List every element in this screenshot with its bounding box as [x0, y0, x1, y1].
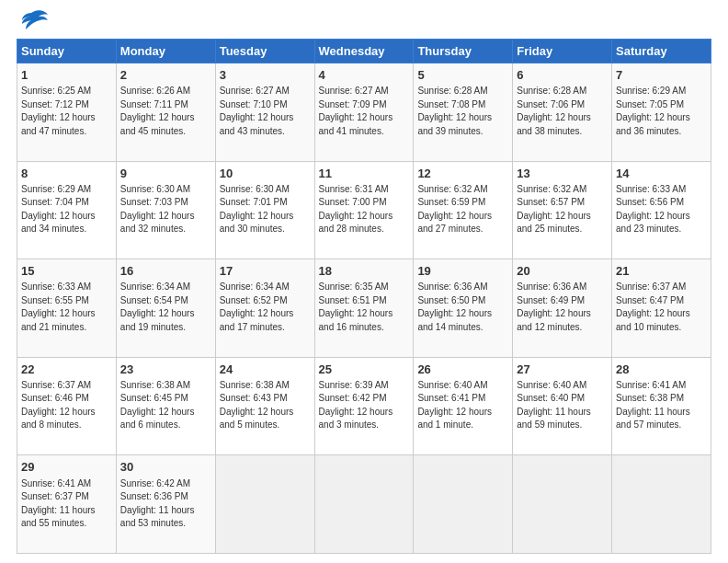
calendar-week-5: 29Sunrise: 6:41 AM Sunset: 6:37 PM Dayli… [17, 455, 711, 554]
calendar-cell: 9Sunrise: 6:30 AM Sunset: 7:03 PM Daylig… [116, 161, 215, 259]
calendar-week-3: 15Sunrise: 6:33 AM Sunset: 6:55 PM Dayli… [17, 259, 711, 358]
day-info: Sunrise: 6:33 AM Sunset: 6:56 PM Dayligh… [616, 183, 707, 236]
day-info: Sunrise: 6:41 AM Sunset: 6:38 PM Dayligh… [616, 379, 707, 432]
day-info: Sunrise: 6:39 AM Sunset: 6:42 PM Dayligh… [319, 379, 410, 432]
calendar-table: SundayMondayTuesdayWednesdayThursdayFrid… [17, 39, 711, 554]
day-info: Sunrise: 6:27 AM Sunset: 7:09 PM Dayligh… [319, 85, 410, 138]
calendar-cell: 23Sunrise: 6:38 AM Sunset: 6:45 PM Dayli… [116, 357, 215, 455]
day-number: 8 [21, 166, 112, 182]
day-info: Sunrise: 6:32 AM Sunset: 6:57 PM Dayligh… [517, 183, 608, 236]
day-info: Sunrise: 6:37 AM Sunset: 6:46 PM Dayligh… [21, 379, 112, 432]
day-info: Sunrise: 6:35 AM Sunset: 6:51 PM Dayligh… [319, 281, 410, 334]
day-number: 13 [517, 166, 608, 182]
day-number: 24 [220, 362, 311, 378]
day-info: Sunrise: 6:30 AM Sunset: 7:01 PM Dayligh… [220, 183, 311, 236]
day-number: 4 [319, 67, 410, 84]
calendar-cell: 13Sunrise: 6:32 AM Sunset: 6:57 PM Dayli… [513, 161, 612, 259]
page: SundayMondayTuesdayWednesdayThursdayFrid… [0, 0, 728, 563]
day-info: Sunrise: 6:33 AM Sunset: 6:55 PM Dayligh… [21, 281, 112, 334]
day-info: Sunrise: 6:29 AM Sunset: 7:04 PM Dayligh… [21, 183, 112, 236]
day-number: 23 [120, 362, 211, 378]
calendar-cell: 16Sunrise: 6:34 AM Sunset: 6:54 PM Dayli… [116, 259, 215, 358]
day-info: Sunrise: 6:34 AM Sunset: 6:52 PM Dayligh… [220, 281, 311, 334]
calendar-cell: 27Sunrise: 6:40 AM Sunset: 6:40 PM Dayli… [513, 357, 612, 455]
day-number: 30 [120, 459, 211, 476]
day-info: Sunrise: 6:27 AM Sunset: 7:10 PM Dayligh… [220, 85, 311, 138]
day-number: 28 [616, 362, 707, 378]
calendar-cell: 29Sunrise: 6:41 AM Sunset: 6:37 PM Dayli… [17, 455, 117, 554]
calendar-cell: 15Sunrise: 6:33 AM Sunset: 6:55 PM Dayli… [17, 259, 117, 358]
day-number: 17 [220, 263, 311, 280]
header [17, 17, 711, 29]
calendar-cell [215, 455, 314, 554]
calendar-cell: 18Sunrise: 6:35 AM Sunset: 6:51 PM Dayli… [314, 259, 414, 358]
day-number: 14 [616, 166, 707, 182]
day-number: 25 [319, 362, 410, 378]
day-number: 2 [120, 67, 211, 84]
day-number: 26 [417, 362, 508, 378]
day-number: 5 [417, 67, 508, 84]
calendar-cell: 10Sunrise: 6:30 AM Sunset: 7:01 PM Dayli… [215, 161, 314, 259]
day-header-monday: Monday [116, 40, 215, 63]
day-header-sunday: Sunday [17, 40, 117, 63]
calendar-cell: 17Sunrise: 6:34 AM Sunset: 6:52 PM Dayli… [215, 259, 314, 358]
calendar-cell: 8Sunrise: 6:29 AM Sunset: 7:04 PM Daylig… [17, 161, 117, 259]
calendar-week-4: 22Sunrise: 6:37 AM Sunset: 6:46 PM Dayli… [17, 357, 711, 455]
day-header-tuesday: Tuesday [215, 40, 314, 63]
day-header-wednesday: Wednesday [314, 40, 414, 63]
calendar-cell: 2Sunrise: 6:26 AM Sunset: 7:11 PM Daylig… [116, 63, 215, 162]
day-info: Sunrise: 6:40 AM Sunset: 6:40 PM Dayligh… [517, 379, 608, 432]
day-info: Sunrise: 6:36 AM Sunset: 6:49 PM Dayligh… [517, 281, 608, 334]
day-info: Sunrise: 6:34 AM Sunset: 6:54 PM Dayligh… [120, 281, 211, 334]
day-number: 10 [220, 166, 311, 182]
day-header-friday: Friday [513, 40, 612, 63]
calendar-cell [513, 455, 612, 554]
day-number: 21 [616, 263, 707, 280]
calendar-cell [414, 455, 513, 554]
calendar-cell: 12Sunrise: 6:32 AM Sunset: 6:59 PM Dayli… [414, 161, 513, 259]
calendar-cell: 14Sunrise: 6:33 AM Sunset: 6:56 PM Dayli… [612, 161, 711, 259]
calendar-week-2: 8Sunrise: 6:29 AM Sunset: 7:04 PM Daylig… [17, 161, 711, 259]
calendar-cell [612, 455, 711, 554]
day-info: Sunrise: 6:40 AM Sunset: 6:41 PM Dayligh… [417, 379, 508, 432]
calendar-cell: 26Sunrise: 6:40 AM Sunset: 6:41 PM Dayli… [414, 357, 513, 455]
day-info: Sunrise: 6:42 AM Sunset: 6:36 PM Dayligh… [120, 477, 211, 531]
day-number: 6 [517, 67, 608, 84]
day-number: 18 [319, 263, 410, 280]
day-info: Sunrise: 6:29 AM Sunset: 7:05 PM Dayligh… [616, 85, 707, 138]
day-info: Sunrise: 6:41 AM Sunset: 6:37 PM Dayligh… [21, 477, 112, 531]
day-info: Sunrise: 6:26 AM Sunset: 7:11 PM Dayligh… [120, 85, 211, 138]
day-info: Sunrise: 6:30 AM Sunset: 7:03 PM Dayligh… [120, 183, 211, 236]
day-header-thursday: Thursday [414, 40, 513, 63]
calendar-week-1: 1Sunrise: 6:25 AM Sunset: 7:12 PM Daylig… [17, 63, 711, 162]
calendar-cell: 28Sunrise: 6:41 AM Sunset: 6:38 PM Dayli… [612, 357, 711, 455]
day-info: Sunrise: 6:28 AM Sunset: 7:06 PM Dayligh… [517, 85, 608, 138]
day-number: 7 [616, 67, 707, 84]
day-info: Sunrise: 6:38 AM Sunset: 6:45 PM Dayligh… [120, 379, 211, 432]
calendar-cell: 21Sunrise: 6:37 AM Sunset: 6:47 PM Dayli… [612, 259, 711, 358]
day-number: 11 [319, 166, 410, 182]
day-info: Sunrise: 6:36 AM Sunset: 6:50 PM Dayligh… [417, 281, 508, 334]
calendar-cell: 22Sunrise: 6:37 AM Sunset: 6:46 PM Dayli… [17, 357, 117, 455]
calendar-cell: 1Sunrise: 6:25 AM Sunset: 7:12 PM Daylig… [17, 63, 117, 162]
day-number: 20 [517, 263, 608, 280]
day-number: 3 [220, 67, 311, 84]
day-number: 16 [120, 263, 211, 280]
day-info: Sunrise: 6:25 AM Sunset: 7:12 PM Dayligh… [21, 85, 112, 138]
day-info: Sunrise: 6:32 AM Sunset: 6:59 PM Dayligh… [417, 183, 508, 236]
calendar-cell: 20Sunrise: 6:36 AM Sunset: 6:49 PM Dayli… [513, 259, 612, 358]
day-info: Sunrise: 6:38 AM Sunset: 6:43 PM Dayligh… [220, 379, 311, 432]
calendar-cell: 5Sunrise: 6:28 AM Sunset: 7:08 PM Daylig… [414, 63, 513, 162]
day-number: 9 [120, 166, 211, 182]
logo-bird-icon [18, 9, 48, 29]
calendar-cell [314, 455, 414, 554]
calendar-cell: 4Sunrise: 6:27 AM Sunset: 7:09 PM Daylig… [314, 63, 414, 162]
day-header-saturday: Saturday [612, 40, 711, 63]
calendar-cell: 30Sunrise: 6:42 AM Sunset: 6:36 PM Dayli… [116, 455, 215, 554]
day-number: 12 [417, 166, 508, 182]
calendar-cell: 3Sunrise: 6:27 AM Sunset: 7:10 PM Daylig… [215, 63, 314, 162]
logo [17, 17, 48, 29]
day-number: 29 [21, 459, 112, 476]
day-number: 27 [517, 362, 608, 378]
calendar-cell: 7Sunrise: 6:29 AM Sunset: 7:05 PM Daylig… [612, 63, 711, 162]
